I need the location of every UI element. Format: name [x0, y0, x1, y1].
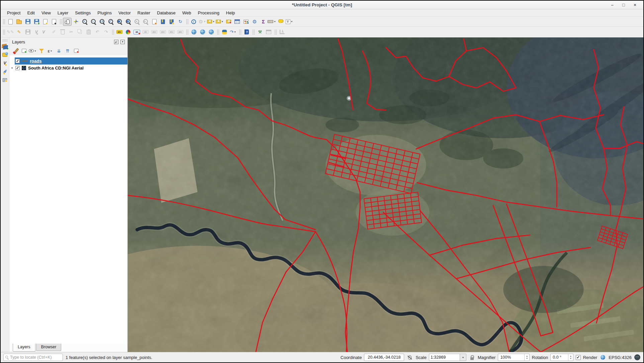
- layer-visibility-checkbox[interactable]: ✓: [15, 59, 20, 63]
- magnifier-spin[interactable]: 100% ▲▼: [498, 354, 529, 361]
- deselect-all[interactable]: [224, 18, 233, 26]
- field-calculator[interactable]: [242, 18, 250, 26]
- tab-browser[interactable]: Browser: [36, 344, 62, 351]
- minimize-button[interactable]: –: [607, 2, 617, 8]
- new-shapefile-layer[interactable]: V: [1, 59, 9, 67]
- new-virtual-layer[interactable]: [1, 76, 9, 84]
- dropdown-arrow-icon[interactable]: ▾: [290, 20, 293, 23]
- new-print-layout[interactable]: [41, 18, 50, 26]
- python-console[interactable]: [220, 28, 229, 36]
- menu-view[interactable]: View: [38, 10, 54, 16]
- collapse-all[interactable]: ⇈: [64, 47, 72, 54]
- open-attribute-table[interactable]: [233, 18, 242, 26]
- dropdown-arrow-icon[interactable]: ▾: [34, 49, 37, 52]
- select-by-expression[interactable]: ▾: [215, 18, 224, 26]
- current-edits[interactable]: ✎✎: [6, 28, 15, 36]
- dropdown-arrow-icon[interactable]: ▾: [50, 49, 53, 52]
- locator-search[interactable]: [3, 354, 63, 361]
- show-bookmarks[interactable]: [167, 18, 176, 26]
- zoom-last[interactable]: ◂: [132, 18, 141, 26]
- zoom-in[interactable]: +: [80, 18, 89, 26]
- show-layout-manager[interactable]: [50, 18, 58, 26]
- rotation-spin[interactable]: 0.0 ° ▲▼: [550, 354, 573, 361]
- measure-line[interactable]: ▾: [268, 18, 276, 26]
- refresh-map[interactable]: ↻: [176, 18, 185, 26]
- menu-processing[interactable]: Processing: [195, 10, 222, 16]
- close-panel-button[interactable]: ×: [120, 40, 125, 44]
- pan-to-selection[interactable]: [72, 18, 80, 26]
- menu-edit[interactable]: Edit: [24, 10, 37, 16]
- filter-by-expression[interactable]: ε▾: [46, 47, 54, 54]
- select-features[interactable]: ▾: [207, 18, 215, 26]
- map-tips[interactable]: [276, 18, 285, 26]
- move-label[interactable]: abc: [159, 28, 167, 36]
- run-feature-action[interactable]: ⚙▾: [198, 18, 207, 26]
- spinner-arrows[interactable]: ▲▼: [568, 354, 573, 361]
- extents-toggle-icon[interactable]: [406, 355, 413, 360]
- cut-features[interactable]: ✂: [67, 28, 76, 36]
- scale-combo[interactable]: ▾: [429, 354, 466, 361]
- add-feature[interactable]: V: [32, 28, 41, 36]
- add-group[interactable]: [20, 47, 28, 54]
- open-project[interactable]: [15, 18, 23, 26]
- highlight-labels[interactable]: ab: [141, 28, 150, 36]
- dropdown-arrow-icon[interactable]: ▾: [234, 30, 237, 33]
- render-checkbox[interactable]: ✓: [576, 355, 581, 360]
- menu-plugins[interactable]: Plugins: [94, 10, 115, 16]
- messages-icon[interactable]: ···: [634, 354, 641, 360]
- pan-map[interactable]: [63, 18, 72, 26]
- toggle-editing[interactable]: ✎: [15, 28, 23, 36]
- data-source-manager[interactable]: [1, 42, 9, 50]
- dropdown-arrow-icon[interactable]: ▾: [273, 20, 276, 23]
- close-button[interactable]: ×: [630, 2, 640, 8]
- delete-selected[interactable]: [58, 28, 67, 36]
- new-geopackage-layer[interactable]: [1, 51, 9, 59]
- add-wfs-layer[interactable]: [207, 28, 215, 36]
- menu-raster[interactable]: Raster: [134, 10, 153, 16]
- new-map-view[interactable]: [150, 18, 159, 26]
- identify-features[interactable]: i: [189, 18, 198, 26]
- menu-settings[interactable]: Settings: [72, 10, 94, 16]
- osm-tools[interactable]: ⚒: [256, 28, 264, 36]
- float-panel-button[interactable]: [114, 40, 118, 44]
- maximize-button[interactable]: □: [619, 2, 629, 8]
- expander-icon[interactable]: ▾: [9, 67, 15, 70]
- vertex-tool[interactable]: V⃘: [41, 28, 50, 36]
- scale-lock-icon[interactable]: [469, 355, 475, 360]
- statistical-summary[interactable]: Σ: [259, 18, 268, 26]
- change-label[interactable]: abc: [176, 28, 185, 36]
- layer-labeling[interactable]: abc: [115, 28, 124, 36]
- copy-features[interactable]: [76, 28, 84, 36]
- processing-toolbox[interactable]: ⚙: [250, 18, 259, 26]
- map-canvas[interactable]: [128, 37, 643, 352]
- manage-map-themes[interactable]: ▾: [29, 47, 37, 54]
- scale-input[interactable]: [429, 354, 460, 361]
- pin-labels[interactable]: ab: [132, 28, 141, 36]
- add-wms-layer[interactable]: [198, 28, 207, 36]
- text-annotation[interactable]: T▾: [285, 18, 294, 26]
- layer-diagrams[interactable]: [124, 28, 132, 36]
- menu-vector[interactable]: Vector: [115, 10, 134, 16]
- filter-legend[interactable]: [37, 47, 45, 54]
- new-spatialite-layer[interactable]: [1, 68, 9, 76]
- redo[interactable]: ↷: [102, 28, 110, 36]
- new-3d-map-view[interactable]: [159, 18, 167, 26]
- show-hidden-labels[interactable]: abc: [150, 28, 159, 36]
- dropdown-arrow-icon[interactable]: ▾: [203, 20, 206, 23]
- zoom-to-layer[interactable]: ▤: [124, 18, 132, 26]
- save-layer-edits[interactable]: [23, 28, 32, 36]
- zoom-next[interactable]: ▸: [141, 18, 150, 26]
- menu-help[interactable]: Help: [223, 10, 238, 16]
- spinner-arrows[interactable]: ▲▼: [524, 354, 529, 361]
- menu-layer[interactable]: Layer: [55, 10, 72, 16]
- osm-download[interactable]: [264, 28, 273, 36]
- rotate-label[interactable]: abc: [167, 28, 176, 36]
- save-project-as[interactable]: [32, 18, 41, 26]
- remove-layer[interactable]: [72, 47, 80, 54]
- profile-tool[interactable]: [278, 28, 286, 36]
- modify-attributes[interactable]: ✐: [50, 28, 58, 36]
- zoom-to-selection[interactable]: ▣: [115, 18, 124, 26]
- new-project[interactable]: [6, 18, 15, 26]
- zoom-out[interactable]: −: [89, 18, 98, 26]
- help-contents[interactable]: ?: [242, 28, 251, 36]
